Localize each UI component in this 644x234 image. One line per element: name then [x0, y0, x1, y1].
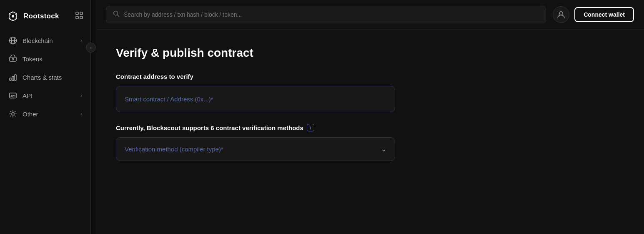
header: Connect wallet — [96, 0, 644, 30]
sidebar-nav: Blockchain › Tokens — [0, 32, 90, 123]
search-input[interactable] — [124, 11, 539, 18]
tokens-icon — [8, 55, 18, 63]
sidebar: Rootstock Blockchain › — [0, 0, 91, 234]
logo-area: Rootstock — [0, 7, 90, 32]
sidebar-item-other[interactable]: Other › — [3, 105, 87, 123]
search-icon — [113, 10, 120, 19]
grid-icon[interactable] — [75, 12, 83, 21]
svg-rect-2 — [80, 12, 83, 15]
chevron-right-icon: › — [80, 38, 82, 43]
chevron-right-icon-api: › — [80, 93, 82, 98]
svg-point-18 — [559, 12, 563, 15]
gear-icon — [8, 110, 18, 118]
contract-address-input[interactable] — [116, 86, 395, 112]
sidebar-item-api-label: API — [23, 92, 75, 99]
svg-rect-1 — [76, 12, 78, 15]
verification-methods-label: Currently, Blockscout supports 6 contrac… — [116, 124, 624, 131]
svg-rect-3 — [76, 16, 78, 19]
globe-icon — [8, 36, 18, 45]
sidebar-item-tokens-label: Tokens — [23, 55, 82, 63]
svg-point-15 — [12, 113, 14, 115]
contract-address-label: Contract address to verify — [116, 73, 624, 80]
sidebar-item-blockchain-label: Blockchain — [23, 37, 75, 44]
verification-method-placeholder: Verification method (compiler type)* — [125, 146, 223, 153]
svg-text:API: API — [10, 95, 16, 98]
rootstock-logo-icon — [8, 11, 18, 22]
sidebar-item-api[interactable]: API API › — [3, 87, 87, 104]
sidebar-item-charts-label: Charts & stats — [23, 74, 82, 81]
info-icon[interactable]: i — [307, 124, 314, 131]
verification-method-dropdown[interactable]: Verification method (compiler type)* ⌄ — [116, 137, 395, 161]
svg-line-17 — [118, 15, 119, 17]
sidebar-item-other-label: Other — [23, 111, 75, 118]
sidebar-item-blockchain[interactable]: Blockchain › — [3, 32, 87, 49]
logo-text: Rootstock — [23, 12, 59, 20]
search-bar[interactable] — [106, 6, 546, 23]
sidebar-item-charts-stats[interactable]: Charts & stats — [3, 68, 87, 86]
svg-rect-12 — [15, 75, 16, 81]
svg-point-0 — [12, 15, 14, 18]
api-icon: API — [8, 91, 18, 100]
svg-rect-4 — [80, 16, 83, 19]
main-content: Connect wallet Verify & publish contract… — [96, 0, 644, 234]
chevron-down-icon: ⌄ — [381, 145, 386, 153]
connect-wallet-button[interactable]: Connect wallet — [574, 7, 634, 22]
header-actions: Connect wallet — [553, 6, 634, 23]
chart-icon — [8, 73, 18, 81]
sidebar-item-tokens[interactable]: Tokens — [3, 50, 87, 68]
svg-rect-10 — [10, 78, 11, 81]
user-icon-button[interactable] — [553, 6, 569, 23]
svg-point-9 — [12, 58, 14, 60]
page-title: Verify & publish contract — [116, 46, 624, 60]
collapse-sidebar-button[interactable]: ‹ — [86, 43, 96, 53]
svg-rect-8 — [10, 57, 16, 61]
page-content: Verify & publish contract Contract addre… — [96, 30, 644, 234]
chevron-right-icon-other: › — [80, 111, 82, 117]
svg-rect-11 — [12, 76, 14, 81]
